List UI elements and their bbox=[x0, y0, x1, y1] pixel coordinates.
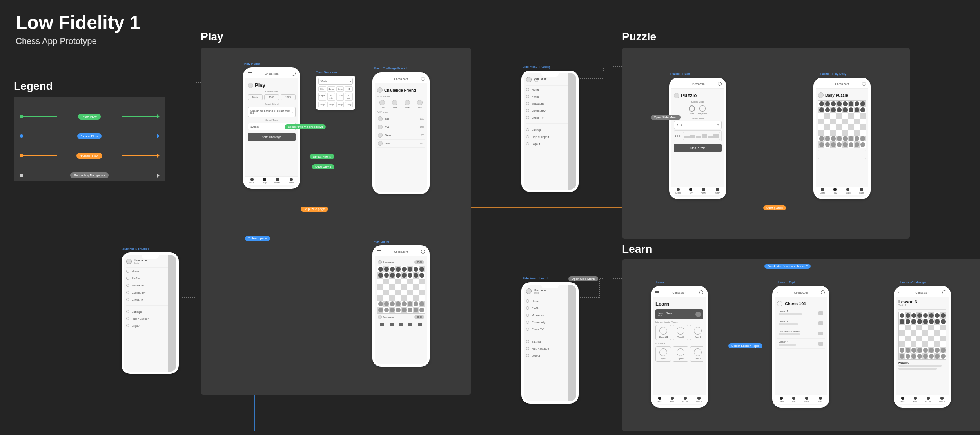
recent-friend[interactable]: Jake bbox=[392, 100, 397, 109]
recent-friend[interactable]: John bbox=[417, 100, 423, 109]
sidebar-community[interactable]: Community bbox=[526, 107, 574, 114]
nav-watch[interactable]: Watch bbox=[289, 178, 294, 184]
profile-icon[interactable] bbox=[699, 290, 703, 294]
sidebar-help[interactable]: Help / Support bbox=[126, 315, 174, 322]
dd-option[interactable]: 15|10 bbox=[336, 93, 344, 101]
hamburger-icon[interactable] bbox=[818, 83, 822, 86]
back-icon[interactable]: ‹ bbox=[777, 291, 778, 294]
nav-play[interactable]: Play bbox=[689, 188, 693, 194]
nav-watch[interactable]: Watch bbox=[715, 188, 720, 194]
dd-option[interactable]: 7 day bbox=[345, 102, 353, 107]
lesson-row[interactable]: Lesson 1 bbox=[777, 308, 825, 318]
hamburger-icon[interactable] bbox=[655, 291, 659, 294]
nav-learn[interactable]: Learn bbox=[820, 188, 825, 194]
dd-option[interactable]: 3 day bbox=[336, 102, 344, 107]
recent-friend[interactable]: Luke bbox=[405, 100, 410, 109]
dd-option[interactable]: 10 min bbox=[327, 93, 335, 101]
nav-learn[interactable]: Learn bbox=[900, 397, 905, 402]
back-icon[interactable]: ‹ bbox=[898, 291, 900, 294]
hamburger-icon[interactable] bbox=[674, 83, 678, 86]
sidebar-messages[interactable]: Messages bbox=[126, 282, 174, 289]
topic-card[interactable]: Topic 2 bbox=[673, 325, 688, 340]
nav-play[interactable]: Play bbox=[833, 188, 837, 194]
nav-puzzle[interactable]: Puzzle bbox=[274, 178, 280, 184]
sidebar-profile[interactable]: Profile bbox=[126, 275, 174, 282]
sidebar-logout[interactable]: Logout bbox=[126, 322, 174, 329]
friend-row[interactable]: Bob1000 bbox=[377, 115, 425, 123]
puzzle-time-field[interactable]: 3 min▾ bbox=[674, 121, 722, 129]
sidebar-settings[interactable]: Settings bbox=[526, 338, 574, 345]
mode-rush[interactable]: Rush bbox=[689, 105, 695, 115]
lesson-row[interactable]: Lesson 4 bbox=[777, 339, 825, 349]
hamburger-icon[interactable] bbox=[248, 72, 252, 76]
lesson-board[interactable] bbox=[898, 312, 946, 360]
dd-option[interactable]: 5|5 bbox=[345, 86, 353, 92]
nav-watch[interactable]: Watch bbox=[818, 397, 823, 402]
control-button[interactable] bbox=[399, 323, 403, 326]
back-icon[interactable] bbox=[408, 323, 412, 326]
topic-card[interactable]: Chess 101 bbox=[655, 325, 671, 340]
sidebar-settings[interactable]: Settings bbox=[526, 126, 574, 133]
nav-puzzle[interactable]: Puzzle bbox=[845, 188, 851, 194]
sidebar-logout[interactable]: Logout bbox=[526, 140, 574, 147]
profile-icon[interactable] bbox=[421, 77, 425, 81]
sidebar-profile[interactable]: Profile bbox=[526, 93, 574, 100]
nav-play[interactable]: Play bbox=[670, 397, 674, 402]
forward-icon[interactable] bbox=[418, 323, 422, 326]
dd-option[interactable]: 5 min bbox=[336, 86, 344, 92]
mode-option[interactable]: 100S bbox=[264, 94, 279, 100]
recent-friend[interactable]: John bbox=[379, 100, 385, 109]
friend-row[interactable]: Baker850 bbox=[377, 131, 425, 140]
dropdown-selected[interactable]: 10 min▾ bbox=[318, 78, 353, 85]
nav-puzzle[interactable]: Puzzle bbox=[925, 397, 931, 402]
friend-row[interactable]: Pad1450 bbox=[377, 123, 425, 131]
chessboard[interactable] bbox=[377, 266, 425, 314]
nav-learn[interactable]: Learn bbox=[249, 178, 254, 184]
nav-puzzle[interactable]: Puzzle bbox=[682, 397, 688, 402]
sidebar-chesstv[interactable]: Chess TV bbox=[126, 296, 174, 303]
nav-play[interactable]: Play bbox=[913, 397, 917, 402]
sidebar-home[interactable]: Home bbox=[526, 86, 574, 93]
continue-lesson-card[interactable]: Lesson NameTopic bbox=[655, 309, 703, 319]
mode-option[interactable]: 100S bbox=[281, 94, 296, 100]
profile-icon[interactable] bbox=[942, 290, 946, 294]
nav-watch[interactable]: Watch bbox=[939, 397, 945, 402]
nav-play[interactable]: Play bbox=[792, 397, 796, 402]
sidebar-help[interactable]: Help / Support bbox=[526, 345, 574, 352]
sidebar-community[interactable]: Community bbox=[126, 289, 174, 296]
dd-option[interactable]: 30 min bbox=[345, 93, 353, 101]
sidebar-help[interactable]: Help / Support bbox=[526, 133, 574, 140]
topic-card[interactable]: Topic 6 bbox=[690, 346, 703, 362]
topic-card[interactable]: Topic 5 bbox=[673, 346, 688, 362]
sidebar-home[interactable]: Home bbox=[526, 297, 574, 304]
nav-puzzle[interactable]: Puzzle bbox=[701, 188, 706, 194]
dd-option[interactable]: 3 min bbox=[327, 86, 335, 92]
side-user[interactable]: UsernameBasic bbox=[526, 75, 574, 86]
sidebar-profile[interactable]: Profile bbox=[526, 304, 574, 312]
control-button[interactable] bbox=[390, 323, 394, 326]
sidebar-home[interactable]: Home bbox=[126, 268, 174, 275]
nav-watch[interactable]: Watch bbox=[859, 188, 864, 194]
nav-learn[interactable]: Learn bbox=[675, 188, 681, 194]
profile-icon[interactable] bbox=[292, 72, 296, 76]
profile-icon[interactable] bbox=[862, 82, 866, 86]
sidebar-settings[interactable]: Settings bbox=[126, 308, 174, 315]
profile-icon[interactable] bbox=[821, 290, 825, 294]
nav-learn[interactable]: Learn bbox=[779, 397, 784, 402]
nav-watch[interactable]: Watch bbox=[696, 397, 702, 402]
topic-card[interactable]: Topic 3 bbox=[690, 325, 703, 340]
select-friend-field[interactable]: Search for a friend or select from list› bbox=[248, 107, 296, 117]
control-button[interactable] bbox=[380, 323, 384, 326]
side-user[interactable]: UsernameBasic bbox=[526, 287, 574, 297]
start-puzzle-button[interactable]: Start Puzzle bbox=[674, 144, 722, 152]
profile-icon[interactable] bbox=[421, 250, 425, 254]
lesson-row[interactable]: Lesson 2 bbox=[777, 318, 825, 328]
sidebar-logout[interactable]: Logout bbox=[526, 352, 574, 359]
hamburger-icon[interactable] bbox=[377, 78, 381, 81]
hamburger-icon[interactable] bbox=[377, 250, 381, 254]
lesson-row[interactable]: How to move pieces bbox=[777, 328, 825, 339]
sidebar-community[interactable]: Community bbox=[526, 319, 574, 326]
sidebar-chesstv[interactable]: Chess TV bbox=[526, 326, 574, 333]
profile-icon[interactable] bbox=[718, 82, 722, 86]
sidebar-chesstv[interactable]: Chess TV bbox=[526, 114, 574, 121]
